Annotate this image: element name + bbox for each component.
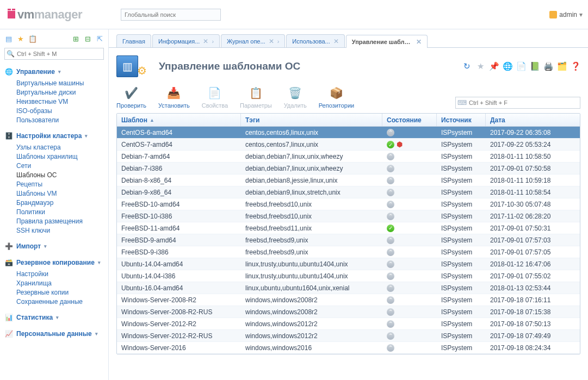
sidebar-section-backup[interactable]: 🗃️Резервное копирование▾ [4,256,104,269]
table-row[interactable]: CentOS-7-amd64centos,centos7,linux,unix✓… [117,139,580,151]
close-icon[interactable]: ✕ [203,38,208,45]
sidebar-item[interactable]: Узлы кластера [16,144,104,151]
cell-tags: freebsd,freebsd9,unix [241,236,382,244]
pin-icon[interactable]: 📌 [490,62,499,71]
globe-icon[interactable]: 🌐 [503,62,512,71]
cell-tags: debian,debian9,linux,stretch,unix [241,189,382,196]
table-row[interactable]: FreeBSD-11-amd64freebsd,freebsd11,unix✓I… [117,222,580,234]
star-icon[interactable]: ★ [16,34,25,43]
cfg-icon[interactable]: 🗂️ [558,62,567,71]
sidebar-item[interactable]: Неизвестные VM [16,98,104,105]
state-icon: ⌃ [387,248,394,256]
help-icon[interactable]: ❓ [571,62,580,71]
table-row[interactable]: Debian-7-i386debian,debian7,linux,unix,w… [117,163,580,175]
sidebar-item[interactable]: Виртуальные диски [16,89,104,96]
th-date[interactable]: Дата [486,114,580,126]
doc-icon[interactable]: 📄 [517,62,526,71]
table-row[interactable]: CentOS-6-amd64centos,centos6,linux,unix⌃… [117,127,580,139]
minus-icon[interactable]: ⊟ [83,34,92,43]
table-row[interactable]: FreeBSD-9-amd64freebsd,freebsd9,unix⌃ISP… [117,234,580,246]
chevron-right-icon[interactable]: › [277,38,280,45]
cell-state: ⌃ [382,188,437,196]
table-row[interactable]: Windows-Server-2008-R2windows,windows200… [117,294,580,306]
cell-state: ⌃ [382,332,437,340]
cell-date: 2017-09-22 05:53:24 [486,141,580,148]
reload-icon[interactable]: ↻ [462,62,472,71]
table-row[interactable]: Debian-8-x86_64debian,debian8,jessie,lin… [117,175,580,186]
sidebar-search-input[interactable] [4,48,104,60]
plus-icon[interactable]: ⊞ [71,34,80,43]
table-row[interactable]: Ubuntu-14.04-amd64linux,trusty,ubuntu,ub… [117,258,580,270]
sidebar-item[interactable]: Рецепты [16,180,104,188]
sidebar-section-personal[interactable]: 📈Персональные данные▾ [4,327,104,340]
repos-button[interactable]: 📦Репозитории [319,86,355,109]
table-row[interactable]: Windows-Server-2012-R2windows,windows201… [117,318,580,330]
th-state[interactable]: Состояние [382,114,437,126]
table-search-input[interactable] [455,97,580,109]
table-row[interactable]: Windows-Server-2012-R2-RUSwindows,window… [117,330,580,342]
sidebar-item[interactable]: Виртуальные машины [16,79,104,87]
sidebar-item[interactable]: Хранилища [16,279,104,287]
user-menu[interactable]: admin ▾ [549,11,583,18]
install-button[interactable]: 📥Установить [158,86,190,109]
th-source[interactable]: Источник [437,114,486,126]
sidebar-item[interactable]: SSH ключи [16,227,104,234]
chevron-right-icon[interactable]: › [212,38,214,45]
sidebar-item[interactable]: Сети [16,162,104,170]
check-button[interactable]: ✔️Проверить [116,86,146,109]
table-row[interactable]: FreeBSD-10-i386freebsd,freebsd10,unix⌃IS… [117,210,580,222]
close-icon[interactable]: ✕ [333,38,339,45]
sidebar-item[interactable]: Шаблоны хранилищ [16,153,104,160]
cell-tags: debian,debian7,linux,unix,wheezy [241,153,382,160]
cell-source: ISPsystem [437,332,486,340]
sidebar-item[interactable]: Шаблоны ОС [16,171,104,179]
tab[interactable]: Журнал опе...✕› [221,34,285,47]
cell-source: ISPsystem [437,213,486,220]
pin-icon[interactable]: ⇱ [95,34,104,43]
sidebar-item[interactable]: Пользователи [16,116,104,124]
table-row[interactable]: Windows-Server-2008-R2-RUSwindows,window… [117,306,580,318]
cell-template: Windows-Server-2012-R2-RUS [117,332,241,340]
table-row[interactable]: Debian-7-amd64debian,debian7,linux,unix,… [117,151,580,163]
tree-icon[interactable]: ▤ [4,34,13,43]
close-icon[interactable]: ✕ [269,38,274,45]
clipboard-icon[interactable]: 📋 [28,34,37,43]
table-row[interactable]: Ubuntu-14.04-i386linux,trusty,ubuntu,ubu… [117,270,580,282]
cell-tags: centos,centos6,linux,unix [241,129,382,136]
sidebar-item[interactable]: Политики [16,208,104,216]
tab[interactable]: Использова...✕ [286,34,344,47]
tab[interactable]: Информация...✕› [152,34,220,47]
global-search-input[interactable] [121,9,221,21]
sidebar-mini-toolbar: ▤ ★ 📋 ⊞ ⊟ ⇱ [4,33,104,45]
state-icon: ⌃ [387,236,394,244]
sidebar-section-mgmt[interactable]: 🌐Управление▾ [4,65,104,78]
table-row[interactable]: Windows-Server-2016windows,windows2016⌃I… [117,342,580,354]
cell-source: ISPsystem [437,248,486,256]
table-row[interactable]: FreeBSD-9-i386freebsd,freebsd9,unix⌃ISPs… [117,246,580,258]
close-icon[interactable]: ✕ [416,38,422,46]
tab[interactable]: Управление шаблонами ОС✕ [346,35,428,48]
sidebar-item[interactable]: Правила размещения [16,217,104,225]
table-row[interactable]: FreeBSD-10-amd64freebsd,freebsd10,unix⌃I… [117,198,580,210]
table-row[interactable]: Ubuntu-16.04-amd64linux,ubuntu,ubuntu160… [117,282,580,294]
tab[interactable]: Главная [116,34,151,47]
page: ▥ ⚙ Управление шаблонами ОС ↻★📌🌐📄📗🖨️🗂️❓ … [109,48,588,380]
sidebar-section-import[interactable]: ➕Импорт▾ [4,240,104,253]
cell-source: ISPsystem [437,284,486,292]
sidebar-item[interactable]: Настройки [16,270,104,278]
fav-icon[interactable]: ★ [476,62,485,71]
cell-date: 2018-01-11 10:58:50 [486,153,580,160]
sidebar-section-stats[interactable]: 📊Статистика▾ [4,311,104,324]
sidebar-section-cluster[interactable]: 🗄️Настройки кластера▾ [4,129,104,142]
cell-template: Windows-Server-2008-R2 [117,296,241,304]
sidebar-item[interactable]: Шаблоны VM [16,190,104,197]
th-template[interactable]: Шаблон▲ [117,114,241,126]
table-row[interactable]: Debian-9-x86_64debian,debian9,linux,stre… [117,186,580,198]
print-icon[interactable]: 🖨️ [544,62,553,71]
sidebar-item[interactable]: ISO-образы [16,107,104,115]
sidebar-item[interactable]: Резервные копии [16,289,104,296]
excel-icon[interactable]: 📗 [530,62,540,71]
sidebar-item[interactable]: Брандмауэр [16,199,104,207]
th-tags[interactable]: Тэги [241,114,382,126]
sidebar-item[interactable]: Сохраненные данные [16,298,104,306]
